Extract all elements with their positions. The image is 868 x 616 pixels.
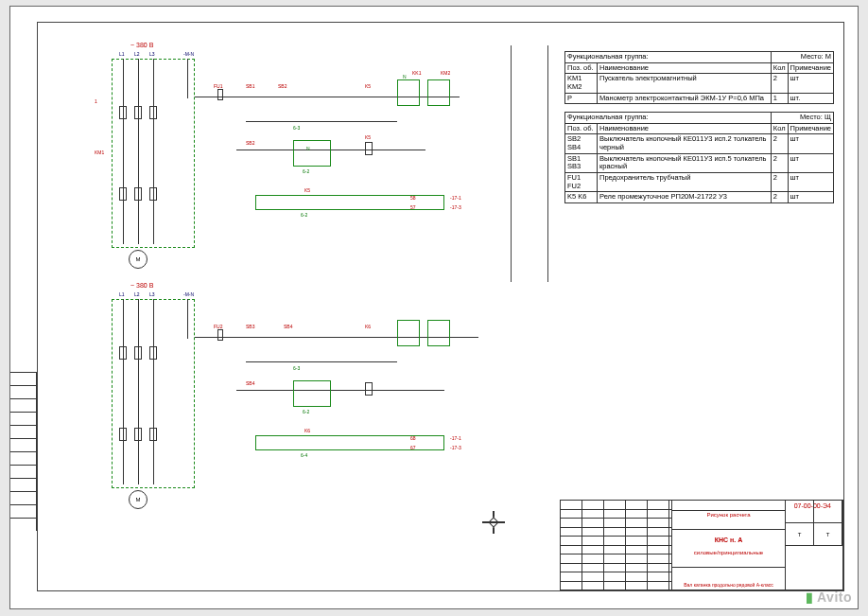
ref-label: 1 bbox=[95, 98, 97, 104]
table-row: PМанометр электроконтактный ЭКМ-1У Р=0,6… bbox=[565, 93, 834, 104]
col-note: Примечание bbox=[788, 123, 833, 134]
control-wire bbox=[236, 390, 444, 391]
ref-label: N bbox=[403, 74, 407, 79]
coil-symbol bbox=[365, 142, 373, 155]
cell-qty: 2 bbox=[771, 192, 788, 203]
ref-label: SB1 bbox=[246, 83, 254, 89]
ref-label: SB3 bbox=[246, 324, 254, 329]
table-group-header: Функциональная группа: bbox=[565, 113, 772, 124]
contactor-pole bbox=[119, 428, 127, 441]
contactor-pole bbox=[134, 187, 142, 201]
ref-label: 6-4 bbox=[301, 452, 307, 458]
ref-label: 6-2 bbox=[303, 409, 309, 414]
phase-l3: L3 bbox=[149, 291, 155, 297]
motor-symbol: M bbox=[129, 250, 148, 269]
cell-qty: 2 bbox=[771, 74, 788, 93]
table-row: SB2 SB4Выключатель кнопочный КЕ011У3 исп… bbox=[565, 134, 834, 153]
title-block-sheets: Т Т bbox=[786, 501, 842, 590]
contactor-pole bbox=[119, 187, 127, 201]
table-row: FU1 FU2Предохранитель трубчатый2шт bbox=[565, 172, 834, 191]
sheet-label: Т bbox=[814, 523, 842, 545]
drawing-frame: ~ 380 В L1 L2 L3 -M-N 1 KM1 M FU1 bbox=[37, 22, 844, 591]
ref-label: SB4 bbox=[284, 324, 292, 329]
cell-pos: P bbox=[565, 93, 598, 104]
relay-box bbox=[427, 320, 450, 346]
ref-label: 57 bbox=[410, 204, 416, 210]
ref-label: 67 bbox=[410, 445, 416, 450]
ref-label: 68 bbox=[410, 435, 416, 441]
contactor-pole bbox=[119, 346, 127, 360]
phase-l1: L1 bbox=[119, 51, 125, 57]
terminal-strip bbox=[255, 435, 444, 450]
phase-l2: L2 bbox=[134, 291, 140, 297]
phase-line bbox=[123, 59, 124, 244]
col-qty: Кол bbox=[771, 62, 788, 74]
ref-label: K5 bbox=[304, 187, 310, 193]
ref-label: -17-3 bbox=[450, 204, 461, 210]
cell-name: Выключатель кнопочный КЕ011У3 исп.5 толк… bbox=[598, 153, 772, 172]
phase-l2: L2 bbox=[134, 51, 140, 57]
ref-label: -17-1 bbox=[450, 435, 461, 441]
title-block-revisions bbox=[561, 501, 672, 590]
cell-note: шт bbox=[788, 153, 833, 172]
voltage-label: ~ 380 В bbox=[130, 282, 153, 289]
ref-label: -17-3 bbox=[450, 445, 461, 450]
schematic-bottom: ~ 380 В L1 L2 L3 -M-N M FU2 SB3 SB4 K6 bbox=[85, 286, 501, 513]
title-block-center: Рисунок расчета КНС н. А силовые/принцип… bbox=[672, 501, 786, 590]
title-line-3: силовые/принципиальные bbox=[676, 550, 781, 555]
phase-line bbox=[153, 299, 154, 484]
ref-label: SB4 bbox=[246, 380, 254, 386]
relay-box bbox=[397, 79, 420, 106]
center-divider bbox=[511, 45, 548, 282]
table-row: KM1 KM2Пускатель электромагнитный2шт bbox=[565, 74, 834, 93]
control-wire bbox=[236, 150, 425, 150]
contactor-pole bbox=[134, 428, 142, 441]
phase-l1: L1 bbox=[119, 291, 125, 297]
cell-qty: 2 bbox=[771, 172, 788, 191]
cell-pos: SB1 SB3 bbox=[565, 153, 598, 172]
cell-note: шт bbox=[788, 172, 833, 191]
ref-label: -17-1 bbox=[450, 195, 461, 201]
contactor-pole bbox=[119, 106, 127, 119]
fuse-symbol bbox=[217, 89, 223, 100]
coil-symbol bbox=[365, 382, 373, 396]
col-name: Наименование bbox=[598, 62, 772, 74]
ref-label: SB2 bbox=[278, 83, 286, 89]
cell-name: Предохранитель трубчатый bbox=[598, 172, 772, 191]
contactor-pole bbox=[149, 346, 157, 360]
ref-label: 6-2 bbox=[301, 212, 307, 218]
contactor-pole bbox=[149, 428, 157, 441]
ref-label: K6 bbox=[304, 428, 310, 433]
ref-label: 6-2 bbox=[303, 168, 309, 174]
ref-label: 6-3 bbox=[293, 125, 300, 131]
phase-line bbox=[138, 299, 139, 484]
title-footer: Вал катанка продольно рядовой А-класс bbox=[676, 582, 781, 588]
col-pos: Поз. об. bbox=[565, 123, 598, 134]
ref-label: FU2 bbox=[214, 324, 222, 329]
cell-name: Манометр электроконтактный ЭКМ-1У Р=0,6 … bbox=[598, 93, 772, 104]
ref-label: FU1 bbox=[214, 83, 222, 89]
col-qty: Кол bbox=[771, 123, 788, 134]
watermark: ▮ Avito bbox=[806, 590, 852, 605]
cell-qty: 2 bbox=[771, 153, 788, 172]
ref-label: 58 bbox=[410, 195, 416, 201]
contactor-pole bbox=[134, 346, 142, 360]
cell-name: Выключатель кнопочный КЕ011У3 исп.2 толк… bbox=[598, 134, 772, 153]
table-place-header: Место: М bbox=[771, 52, 833, 63]
table-row: K5 K6Реле промежуточное РП20М-21722 У32ш… bbox=[565, 192, 834, 203]
ref-label: KM1 bbox=[95, 150, 104, 155]
control-wire bbox=[195, 97, 460, 97]
neutral-line bbox=[187, 299, 188, 339]
drawing-sheet: ~ 380 В L1 L2 L3 -M-N 1 KM1 M FU1 bbox=[9, 6, 859, 609]
cell-note: шт bbox=[788, 134, 833, 153]
ref-label: KM2 bbox=[441, 70, 450, 76]
phase-line bbox=[123, 299, 124, 484]
ref-label: KK1 bbox=[412, 70, 421, 76]
col-note: Примечание bbox=[788, 62, 833, 74]
cell-pos: K5 K6 bbox=[565, 192, 598, 203]
relay-box bbox=[293, 380, 331, 407]
neutral-label: -M-N bbox=[183, 291, 194, 297]
control-wire bbox=[246, 121, 397, 122]
control-wire bbox=[246, 361, 397, 362]
sheet-label: Т bbox=[786, 523, 814, 545]
